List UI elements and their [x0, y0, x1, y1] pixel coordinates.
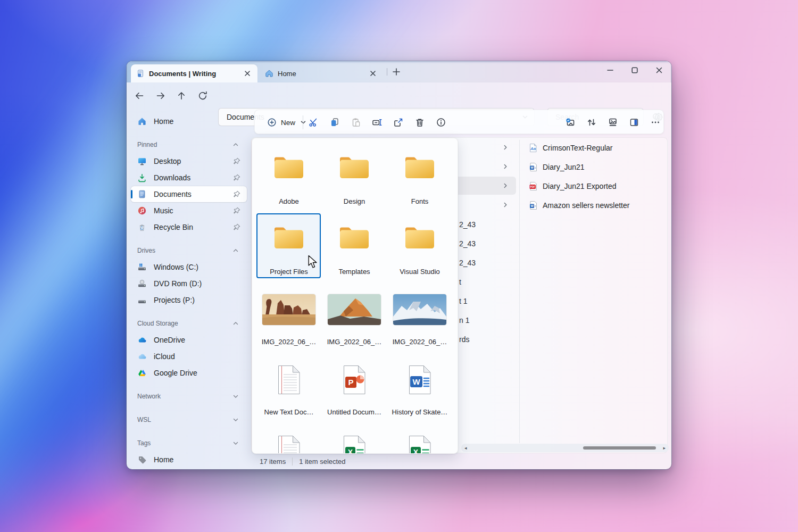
sidebar-item-home[interactable]: Home [131, 452, 247, 468]
truncated-file-label[interactable]: 2_43 [459, 239, 476, 248]
chevron-right-icon[interactable] [501, 181, 510, 190]
sidebar-section-cloud-storage[interactable]: Cloud Storage [131, 315, 247, 331]
pin-icon [232, 222, 242, 232]
section-label: Cloud Storage [137, 320, 231, 327]
truncated-file-label[interactable]: t [459, 278, 461, 286]
chevron-down-icon[interactable] [231, 415, 240, 425]
cut-button[interactable] [305, 114, 322, 131]
sidebar-section-drives[interactable]: Drives [131, 243, 247, 259]
sidebar-item-recycle-bin[interactable]: Recycle Bin [131, 219, 247, 235]
select-icon [565, 117, 576, 128]
preview-pane-button[interactable] [626, 114, 643, 131]
folder-icon [272, 225, 305, 251]
sidebar-item-google-drive[interactable]: Google Drive [131, 365, 247, 381]
file-excel-icon: X [342, 435, 367, 454]
chevron-right-icon[interactable] [501, 143, 510, 152]
truncated-file-label[interactable]: t 1 [459, 297, 468, 305]
file-word-small-icon: W [528, 162, 538, 172]
scroll-right-icon[interactable]: ▸ [663, 444, 666, 452]
grid-item-img-2022-06[interactable] [393, 294, 446, 325]
new-tab-button[interactable] [390, 66, 402, 78]
minimize-button[interactable] [599, 62, 621, 78]
file-row-crimsontext-regular[interactable]: AaCrimsonText-Regular [523, 139, 664, 157]
truncated-file-label[interactable]: 2_43 [459, 220, 476, 229]
refresh-icon [197, 90, 208, 101]
grid-item-partial[interactable] [276, 435, 302, 454]
more-button[interactable] [647, 114, 664, 131]
grid-item-history-of-skate[interactable]: W [407, 364, 433, 395]
grid-item-design[interactable] [338, 154, 371, 181]
copy-icon [329, 117, 340, 128]
rename-button[interactable] [369, 114, 386, 131]
copy-button[interactable] [326, 114, 343, 131]
grid-item-fonts[interactable] [403, 154, 436, 181]
sort-button[interactable] [583, 114, 600, 131]
close-window-button[interactable] [648, 62, 670, 78]
grid-item-partial[interactable]: X [342, 435, 367, 454]
sidebar-section-tags[interactable]: Tags [131, 435, 247, 451]
file-row-diary-jun21-exported[interactable]: PDFDiary_Jun21 Exported [523, 177, 664, 195]
chevron-down-icon[interactable] [231, 438, 240, 448]
close-tab-icon[interactable] [243, 69, 252, 78]
grid-item-label: New Text Doc… [257, 408, 321, 416]
sidebar-item-onedrive[interactable]: OneDrive [131, 332, 247, 348]
chevron-up-icon[interactable] [231, 140, 240, 149]
file-explorer-window: Documents | Writing Home [127, 61, 671, 469]
sidebar-item-windows-c[interactable]: Windows (C:) [131, 259, 247, 275]
grid-item-partial[interactable]: X [407, 435, 433, 454]
grid-item-project-files[interactable] [272, 225, 305, 251]
file-row-diary-jun21[interactable]: WDiary_Jun21 [523, 158, 664, 176]
chevron-up-icon[interactable] [231, 319, 240, 328]
chevron-down-icon[interactable] [231, 392, 240, 401]
sidebar-section-network[interactable]: Network [131, 388, 247, 404]
scroll-left-icon[interactable]: ◂ [464, 444, 467, 452]
maximize-button[interactable] [624, 62, 646, 78]
sidebar-item-projects-p[interactable]: Projects (P:) [131, 292, 247, 308]
forward-button[interactable] [152, 87, 170, 105]
scrollbar-thumb[interactable] [583, 446, 656, 450]
horizontal-scrollbar[interactable]: ◂ ▸ [461, 444, 669, 452]
refresh-button[interactable] [194, 87, 212, 105]
truncated-file-label[interactable]: n 1 [459, 316, 469, 325]
grid-item-adobe[interactable] [272, 154, 305, 181]
grid-item-templates[interactable] [338, 225, 371, 251]
chevron-right-icon[interactable] [501, 162, 510, 171]
select-button[interactable] [562, 114, 579, 131]
close-tab-icon[interactable] [368, 69, 378, 78]
chevron-right-icon[interactable] [501, 201, 510, 209]
sidebar-section-pinned[interactable]: Pinned [131, 137, 247, 153]
sidebar-item-documents[interactable]: Documents [131, 186, 247, 202]
truncated-file-label[interactable]: 2_43 [459, 259, 476, 267]
sidebar-item-desktop[interactable]: Desktop [131, 153, 247, 169]
grid-item-new-text-doc[interactable] [276, 364, 302, 395]
cut-icon [308, 117, 319, 128]
chevron-up-icon[interactable] [231, 246, 240, 255]
grid-item-img-2022-06[interactable] [262, 294, 315, 325]
delete-button[interactable] [411, 114, 428, 131]
section-label: Network [137, 393, 231, 400]
share-button[interactable] [390, 114, 407, 131]
tab-home[interactable]: Home [260, 64, 383, 82]
file-row-amazon-sellers-newsletter[interactable]: WAmazon sellers newsletter [523, 196, 664, 214]
grid-item-visual-studio[interactable] [403, 225, 436, 251]
sidebar-item-icloud[interactable]: iCloud [131, 348, 247, 364]
info-button[interactable] [433, 114, 450, 131]
section-label: Drives [137, 247, 231, 254]
folder-icon [403, 154, 436, 181]
grid-item-untitled-docum[interactable]: P [342, 364, 367, 395]
forward-arrow-icon [155, 90, 166, 101]
sidebar-section-wsl[interactable]: WSL [131, 412, 247, 428]
photo-peak-icon [328, 294, 381, 325]
grid-item-img-2022-06[interactable] [328, 294, 381, 325]
up-button[interactable] [172, 87, 190, 105]
sidebar-item-downloads[interactable]: Downloads [131, 170, 247, 186]
sidebar-item-dvd-rom-d[interactable]: DVD Rom (D:) [131, 276, 247, 292]
gallery-button[interactable] [604, 114, 621, 131]
paste-button[interactable] [347, 114, 364, 131]
sidebar-item-music[interactable]: Music [131, 203, 247, 219]
preview-pane-icon [629, 117, 639, 128]
tab-documents-writing[interactable]: Documents | Writing [131, 64, 257, 82]
truncated-file-label[interactable]: rds [459, 335, 469, 344]
sidebar-item-home[interactable]: Home [131, 113, 247, 129]
back-button[interactable] [130, 87, 148, 105]
